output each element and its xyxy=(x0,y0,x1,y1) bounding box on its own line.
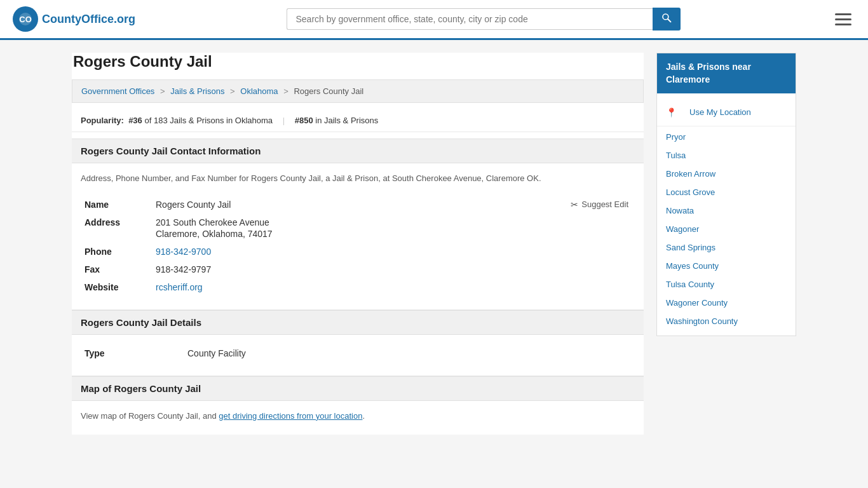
popularity-label: Popularity: xyxy=(81,116,124,125)
breadcrumb-oklahoma[interactable]: Oklahoma xyxy=(240,86,278,96)
table-row: Name Rogers County Jail ✂ Suggest Edit xyxy=(82,196,634,213)
list-item: Broken Arrow xyxy=(657,165,796,183)
breadcrumb-current: Rogers County Jail xyxy=(294,86,363,96)
sidebar-link-tulsa[interactable]: Tulsa xyxy=(657,146,796,165)
name-value-cell: Rogers County Jail ✂ Suggest Edit xyxy=(153,196,634,213)
sidebar-list: 📍 Use My Location Pryor Tulsa Broken Arr… xyxy=(657,93,796,336)
svg-text:CO: CO xyxy=(19,15,32,24)
logo-icon: CO xyxy=(13,6,38,32)
sidebar-link-mayes-county[interactable]: Mayes County xyxy=(657,257,796,275)
table-row: Fax 918-342-9797 xyxy=(82,261,634,278)
address-line2: Claremore, Oklahoma, 74017 xyxy=(156,227,631,239)
sidebar-link-broken-arrow[interactable]: Broken Arrow xyxy=(657,165,796,183)
contact-section-header: Rogers County Jail Contact Information xyxy=(72,139,644,163)
popularity-rank-local: #36 xyxy=(128,116,142,125)
hamburger-line xyxy=(835,24,851,25)
map-desc-end: . xyxy=(362,411,365,421)
address-label: Address xyxy=(82,214,152,242)
table-row: Type County Facility xyxy=(82,345,634,362)
logo-area: CO CountyOffice.org xyxy=(13,6,135,32)
phone-label: Phone xyxy=(82,243,152,260)
map-desc-text: View map of Rogers County Jail, and xyxy=(81,411,219,421)
list-item: Tulsa County xyxy=(657,275,796,294)
list-item: Wagoner County xyxy=(657,294,796,312)
website-link[interactable]: rcsheriff.org xyxy=(156,282,203,292)
search-input[interactable] xyxy=(287,8,653,30)
contact-section: Address, Phone Number, and Fax Number fo… xyxy=(72,163,644,310)
driving-directions-link[interactable]: get driving directions from your locatio… xyxy=(219,411,362,421)
popularity-local-desc: of 183 Jails & Prisons in Oklahoma xyxy=(144,116,273,125)
contact-description: Address, Phone Number, and Fax Number fo… xyxy=(81,172,635,185)
name-value: Rogers County Jail xyxy=(156,200,231,210)
list-item: Washington County xyxy=(657,312,796,330)
contact-table: Name Rogers County Jail ✂ Suggest Edit xyxy=(81,195,635,297)
address-value: 201 South Cherokee Avenue Claremore, Okl… xyxy=(153,214,634,242)
page-title: Rogers County Jail xyxy=(72,53,644,71)
header: CO CountyOffice.org xyxy=(0,0,868,40)
sidebar-link-tulsa-county[interactable]: Tulsa County xyxy=(657,275,796,294)
address-line1: 201 South Cherokee Avenue xyxy=(156,217,631,227)
sidebar-link-wagoner[interactable]: Wagoner xyxy=(657,220,796,238)
fax-value: 918-342-9797 xyxy=(153,261,634,278)
details-section: Type County Facility xyxy=(72,335,644,376)
breadcrumb-sep: > xyxy=(283,86,288,96)
list-item: Mayes County xyxy=(657,257,796,275)
list-item: Tulsa xyxy=(657,146,796,165)
phone-value: 918-342-9700 xyxy=(153,243,634,260)
popularity-national-desc: in Jails & Prisons xyxy=(315,116,378,125)
sidebar-link-pryor[interactable]: Pryor xyxy=(657,128,796,146)
search-area xyxy=(287,8,681,30)
list-item: Wagoner xyxy=(657,220,796,238)
phone-link[interactable]: 918-342-9700 xyxy=(156,247,211,257)
details-table: Type County Facility xyxy=(81,344,635,363)
fax-label: Fax xyxy=(82,261,152,278)
hamburger-line xyxy=(835,13,851,15)
list-item: Pryor xyxy=(657,128,796,146)
list-item: Sand Springs xyxy=(657,238,796,257)
sidebar-link-sand-springs[interactable]: Sand Springs xyxy=(657,238,796,257)
table-row: Website rcsheriff.org xyxy=(82,279,634,295)
hamburger-line xyxy=(835,18,851,20)
breadcrumb-sep: > xyxy=(160,86,165,96)
use-location-item: 📍 Use My Location xyxy=(657,98,796,126)
sidebar-link-washington-county[interactable]: Washington County xyxy=(657,312,796,330)
suggest-edit-button[interactable]: ✂ Suggest Edit xyxy=(571,200,631,210)
breadcrumb-gov-offices[interactable]: Government Offices xyxy=(81,86,154,96)
content-area: Rogers County Jail Government Offices > … xyxy=(72,53,644,435)
map-description: View map of Rogers County Jail, and get … xyxy=(81,410,635,423)
breadcrumb-sep: > xyxy=(230,86,235,96)
suggest-edit-label: Suggest Edit xyxy=(581,200,628,209)
main-container: Rogers County Jail Government Offices > … xyxy=(53,40,815,447)
sidebar-box: Jails & Prisons near Claremore 📍 Use My … xyxy=(656,53,796,336)
popularity-rank-national: #850 xyxy=(295,116,313,125)
logo-county: CountyOffice xyxy=(42,13,114,25)
website-label: Website xyxy=(82,279,152,295)
hamburger-menu[interactable] xyxy=(831,10,855,29)
type-value: County Facility xyxy=(185,345,634,362)
map-section: View map of Rogers County Jail, and get … xyxy=(72,401,644,435)
logo-text: CountyOffice.org xyxy=(42,13,135,26)
breadcrumb: Government Offices > Jails & Prisons > O… xyxy=(72,79,644,103)
map-section-header: Map of Rogers County Jail xyxy=(72,376,644,401)
list-item: Locust Grove xyxy=(657,183,796,201)
logo-org: .org xyxy=(114,13,135,25)
table-row: Phone 918-342-9700 xyxy=(82,243,634,260)
table-row: Address 201 South Cherokee Avenue Clarem… xyxy=(82,214,634,242)
sidebar-link-wagoner-county[interactable]: Wagoner County xyxy=(657,294,796,312)
use-my-location-link[interactable]: Use My Location xyxy=(681,103,760,121)
sidebar-title: Jails & Prisons near Claremore xyxy=(657,53,796,93)
sidebar-link-nowata[interactable]: Nowata xyxy=(657,201,796,220)
type-label: Type xyxy=(82,345,184,362)
edit-icon: ✂ xyxy=(571,200,578,210)
search-button[interactable] xyxy=(653,8,681,30)
svg-line-3 xyxy=(668,19,670,22)
list-item: Nowata xyxy=(657,201,796,220)
sidebar-link-locust-grove[interactable]: Locust Grove xyxy=(657,183,796,201)
website-value: rcsheriff.org xyxy=(153,279,634,295)
details-section-header: Rogers County Jail Details xyxy=(72,310,644,335)
breadcrumb-jails[interactable]: Jails & Prisons xyxy=(170,86,224,96)
popularity-bar: Popularity: #36 of 183 Jails & Prisons i… xyxy=(72,109,644,132)
location-pin-icon: 📍 xyxy=(666,107,677,118)
sidebar: Jails & Prisons near Claremore 📍 Use My … xyxy=(656,53,796,435)
name-label: Name xyxy=(82,196,152,213)
